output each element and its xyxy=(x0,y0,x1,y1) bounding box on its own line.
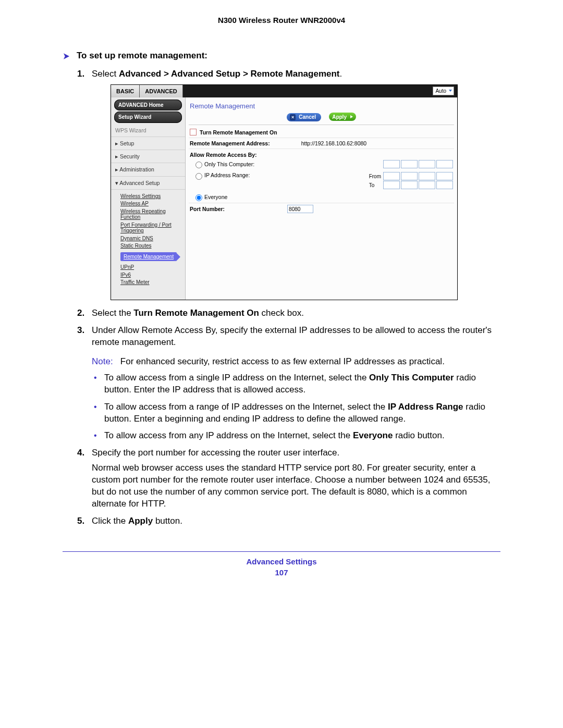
step-3: 3. Under Allow Remote Access By, specify… xyxy=(63,325,500,442)
row-turn-on: Turn Remote Management On xyxy=(189,127,454,138)
from-label: From xyxy=(369,173,381,180)
ip-octet-input[interactable] xyxy=(401,181,418,189)
row-address: Remote Management Address: http://192.16… xyxy=(189,138,454,149)
address-label: Remote Management Address: xyxy=(190,140,270,147)
step-5: 5. Click the Apply button. xyxy=(63,515,500,527)
turn-on-label: Turn Remote Management On xyxy=(200,129,277,136)
language-select[interactable]: Auto xyxy=(433,87,454,95)
content-pane: Remote Management ×Cancel Apply Turn Rem… xyxy=(186,97,457,300)
bullet-ip-range: To allow access from a range of IP addre… xyxy=(92,401,500,425)
step-num: 1. xyxy=(77,68,84,80)
sidebar-wps-wizard[interactable]: WPS Wizard xyxy=(111,124,185,137)
ip-octet-input[interactable] xyxy=(436,181,453,189)
ip-range-inputs: From To xyxy=(369,171,453,190)
step-2: 2. Select the Turn Remote Management On … xyxy=(63,307,500,319)
sidebar-security[interactable]: ▸ Security xyxy=(111,150,185,163)
tab-advanced[interactable]: ADVANCED xyxy=(140,85,183,97)
step-1: 1. Select Advanced > Advanced Setup > Re… xyxy=(63,68,500,300)
arrow-icon: ➤ xyxy=(63,51,69,61)
button-row: ×Cancel Apply xyxy=(189,112,454,125)
ip-octet-input[interactable] xyxy=(383,172,400,180)
footer-section: Advanced Settings xyxy=(63,557,500,566)
step-1-text: Select Advanced > Advanced Setup > Remot… xyxy=(92,69,342,79)
step-4-para: Normal web browser access uses the stand… xyxy=(92,462,500,510)
ip-octet-input[interactable] xyxy=(383,181,400,189)
procedure-heading: ➤ To set up remote management: xyxy=(63,51,500,61)
sidebar-sublist: Wireless Settings Wireless AP Wireless R… xyxy=(111,190,185,289)
only-this-radio[interactable] xyxy=(195,162,202,168)
sidebar-advanced-home[interactable]: ADVANCED Home xyxy=(114,100,182,111)
sub-wireless-ap[interactable]: Wireless AP xyxy=(120,201,185,207)
port-label: Port Number: xyxy=(190,205,225,213)
sub-dynamic-dns[interactable]: Dynamic DNS xyxy=(120,236,185,242)
row-only-this: Only This Computer: xyxy=(189,158,454,170)
ip-octet-input[interactable] xyxy=(419,181,435,189)
note-label: Note: xyxy=(92,356,113,366)
ip-octet-input[interactable] xyxy=(436,172,453,180)
sub-remote-management[interactable]: Remote Management xyxy=(120,252,177,262)
top-tabbar: BASIC ADVANCED Auto xyxy=(111,85,457,97)
sub-ipv6[interactable]: IPv6 xyxy=(120,272,185,278)
ip-octet-input[interactable] xyxy=(383,160,400,168)
content-title: Remote Management xyxy=(189,101,454,112)
sub-upnp[interactable]: UPnP xyxy=(120,264,185,270)
sub-traffic-meter[interactable]: Traffic Meter xyxy=(120,279,185,286)
close-icon: × xyxy=(290,114,296,120)
bullet-everyone: To allow access from any IP address on t… xyxy=(92,430,500,442)
bullet-list: To allow access from a single IP address… xyxy=(92,372,500,442)
everyone-label: Everyone xyxy=(204,193,227,201)
only-this-label: Only This Computer: xyxy=(204,161,254,168)
row-port: Port Number: xyxy=(189,203,454,215)
step-num: 4. xyxy=(77,447,84,459)
port-input[interactable] xyxy=(287,205,313,213)
cancel-button[interactable]: ×Cancel xyxy=(287,113,321,121)
apply-button[interactable]: Apply xyxy=(329,113,356,121)
sub-port-forwarding[interactable]: Port Forwarding / Port Triggering xyxy=(120,222,185,234)
tab-basic[interactable]: BASIC xyxy=(111,85,140,97)
doc-header: N300 Wireless Router WNR2000v4 xyxy=(63,16,500,24)
sub-static-routes[interactable]: Static Routes xyxy=(120,243,185,249)
ip-octet-input[interactable] xyxy=(436,160,453,168)
everyone-radio[interactable] xyxy=(195,194,202,201)
address-value: http://192.168.100.62:8080 xyxy=(301,140,367,147)
row-everyone: Everyone xyxy=(189,191,454,203)
step-4: 4. Specify the port number for accessing… xyxy=(63,447,500,510)
turn-on-checkbox[interactable] xyxy=(190,129,197,135)
ip-octet-input[interactable] xyxy=(419,160,435,168)
only-this-ip-inputs xyxy=(383,160,453,168)
sidebar-setup[interactable]: ▸ Setup xyxy=(111,137,185,150)
sub-remote-management-wrap[interactable]: Remote Management xyxy=(120,251,185,263)
step-num: 2. xyxy=(77,307,84,319)
doc-footer: Advanced Settings 107 xyxy=(63,557,500,577)
ip-octet-input[interactable] xyxy=(419,172,435,180)
ip-range-label: IP Address Range: xyxy=(204,171,250,179)
row-ip-range: IP Address Range: From To xyxy=(189,170,454,191)
sidebar-administration[interactable]: ▸ Administration xyxy=(111,163,185,176)
ip-range-radio[interactable] xyxy=(195,173,202,180)
to-label: To xyxy=(369,182,375,189)
sub-wireless-settings[interactable]: Wireless Settings xyxy=(120,193,185,200)
router-screenshot: BASIC ADVANCED Auto ADVANCED Home Setup … xyxy=(111,84,458,300)
footer-rule xyxy=(63,551,500,552)
step-num: 3. xyxy=(77,325,84,337)
sidebar-setup-wizard[interactable]: Setup Wizard xyxy=(114,112,182,123)
bullet-only-this: To allow access from a single IP address… xyxy=(92,372,500,396)
step-num: 5. xyxy=(77,515,84,527)
sidebar: ADVANCED Home Setup Wizard WPS Wizard ▸ … xyxy=(111,97,186,300)
sub-wireless-repeating[interactable]: Wireless Repeating Function xyxy=(120,208,185,220)
ip-octet-input[interactable] xyxy=(401,172,418,180)
procedure-heading-text: To set up remote management: xyxy=(77,51,207,61)
sidebar-advanced-setup[interactable]: ▾ Advanced Setup xyxy=(111,177,185,190)
note-text: For enhanced security, restrict access t… xyxy=(120,356,445,366)
footer-page: 107 xyxy=(63,568,500,577)
ip-octet-input[interactable] xyxy=(401,160,418,168)
allow-label: Allow Remote Access By: xyxy=(189,149,454,158)
